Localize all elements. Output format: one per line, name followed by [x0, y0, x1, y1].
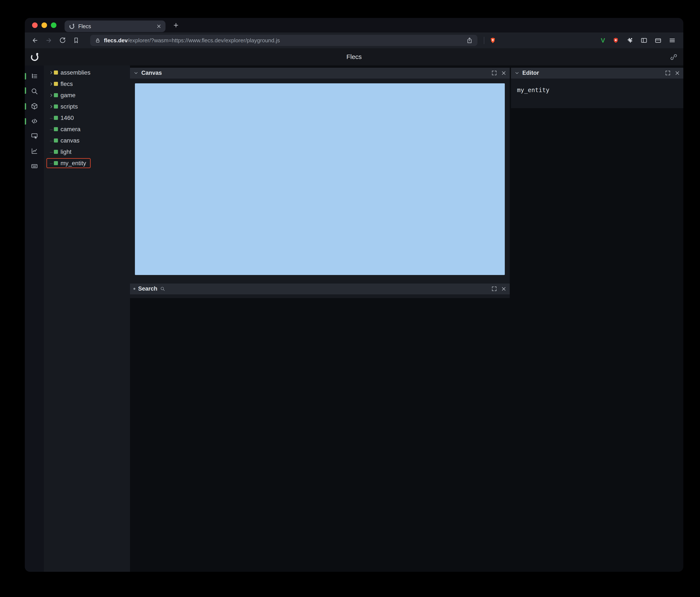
browser-tab-flecs[interactable]: Flecs	[65, 21, 166, 32]
search-icon[interactable]	[31, 87, 38, 95]
reload-button[interactable]	[58, 36, 67, 45]
extensions-puzzle-icon[interactable]	[626, 37, 633, 44]
canvas-panel-header: Canvas	[130, 68, 510, 78]
forward-button[interactable]	[44, 36, 53, 45]
entity-color-swatch	[54, 150, 58, 154]
fullscreen-icon[interactable]	[492, 70, 497, 76]
leaf-dash-icon: –	[49, 149, 54, 155]
code-icon[interactable]	[31, 118, 38, 125]
canvas-panel-body	[130, 78, 510, 284]
chevron-right-icon[interactable]	[49, 93, 54, 98]
chevron-down-icon[interactable]	[515, 71, 520, 76]
close-icon[interactable]	[675, 71, 680, 76]
active-indicator	[25, 118, 26, 125]
search-magnifier-icon	[160, 286, 165, 291]
editor-panel: Editor my_entity	[511, 68, 683, 108]
url-text: flecs.dev/explorer/?wasm=https://www.fle…	[104, 37, 280, 44]
url-bar[interactable]: flecs.dev/explorer/?wasm=https://www.fle…	[90, 35, 477, 46]
tree-item-label: light	[60, 149, 71, 155]
tree-item-label: canvas	[60, 137, 79, 144]
brave-shield-icon[interactable]	[490, 37, 496, 44]
editor-content: my_entity	[517, 86, 549, 94]
inspector-icon[interactable]	[31, 132, 38, 140]
wallet-icon[interactable]	[655, 37, 661, 44]
icon-rail	[25, 66, 44, 572]
chevron-right-icon[interactable]	[49, 104, 54, 109]
tree-item-flecs[interactable]: flecs	[44, 78, 130, 89]
app-content: assemblies flecs game	[25, 66, 683, 572]
collapsed-indicator-dot[interactable]	[133, 288, 135, 290]
chevron-right-icon[interactable]	[49, 70, 54, 75]
panel-title: Canvas	[141, 70, 162, 76]
tree-item-scripts[interactable]: scripts	[44, 101, 130, 112]
tree-item-label: 1460	[60, 114, 74, 121]
search-panel: Search	[130, 284, 510, 298]
bookmark-icon[interactable]	[71, 36, 81, 45]
entity-color-swatch	[54, 161, 58, 165]
extension-shield-icon[interactable]	[612, 37, 619, 44]
flecs-logo	[30, 52, 39, 61]
selection-outline: – my_entity	[46, 158, 91, 168]
tree-item-camera[interactable]: – camera	[44, 124, 130, 135]
tree-item-canvas[interactable]: – canvas	[44, 135, 130, 146]
extension-v-label: V	[601, 37, 605, 44]
editor-panel-header: Editor	[511, 68, 683, 78]
panel-title: Editor	[522, 70, 539, 76]
game-render-canvas[interactable]	[135, 83, 505, 275]
leaf-dash-icon: –	[49, 160, 54, 166]
tree-item-1460[interactable]: – 1460	[44, 112, 130, 124]
tree-item-label: camera	[60, 126, 80, 133]
entity-color-swatch	[54, 127, 58, 131]
chevron-right-icon[interactable]	[49, 82, 54, 86]
minimize-window-button[interactable]	[42, 22, 47, 28]
search-panel-header: Search	[130, 284, 510, 294]
menu-hamburger-icon[interactable]	[669, 37, 676, 44]
zoom-window-button[interactable]	[51, 22, 56, 28]
tree-item-game[interactable]: game	[44, 89, 130, 101]
link-icon[interactable]	[670, 53, 677, 61]
fullscreen-icon[interactable]	[492, 286, 497, 291]
flecs-favicon	[69, 23, 75, 29]
entities-cube-icon[interactable]	[31, 103, 38, 110]
tree-item-my-entity[interactable]: – my_entity	[44, 157, 130, 169]
extension-v-icon[interactable]: V	[601, 37, 605, 44]
new-tab-button[interactable]	[172, 22, 180, 29]
chevron-down-icon[interactable]	[133, 71, 139, 76]
tree-item-label: flecs	[60, 81, 73, 87]
entity-tree: assemblies flecs game	[44, 66, 130, 572]
entity-color-swatch	[54, 138, 58, 142]
tree-item-label: assemblies	[60, 69, 91, 76]
tree-item-light[interactable]: – light	[44, 146, 130, 157]
active-indicator	[25, 103, 26, 110]
stats-chart-icon[interactable]	[31, 148, 38, 155]
url-path: /explorer/?wasm=https://www.flecs.dev/ex…	[128, 37, 280, 44]
commands-icon[interactable]	[31, 162, 38, 170]
window-controls	[32, 22, 56, 28]
center-column: Canvas Search	[130, 66, 510, 572]
share-icon[interactable]	[466, 37, 473, 44]
fullscreen-icon[interactable]	[665, 70, 671, 76]
close-window-button[interactable]	[32, 22, 38, 28]
entity-color-swatch	[54, 116, 58, 120]
entity-color-swatch	[54, 93, 58, 97]
editor-code-area[interactable]: my_entity	[511, 78, 683, 108]
tab-strip: Flecs	[25, 18, 683, 32]
sidebar-toggle-icon[interactable]	[641, 37, 647, 44]
leaf-dash-icon: –	[49, 126, 54, 132]
tree-item-label: scripts	[60, 103, 78, 110]
close-icon[interactable]	[501, 71, 506, 76]
app-header: Flecs	[25, 48, 683, 66]
canvas-panel: Canvas	[130, 68, 510, 284]
module-color-swatch	[54, 71, 58, 75]
tree-item-assemblies[interactable]: assemblies	[44, 67, 130, 78]
back-button[interactable]	[30, 36, 40, 45]
active-indicator	[25, 87, 26, 94]
url-domain: flecs.dev	[104, 37, 128, 44]
tree-icon[interactable]	[31, 73, 38, 80]
tab-close-icon[interactable]	[156, 24, 161, 29]
close-icon[interactable]	[501, 286, 506, 291]
toolbar-divider	[484, 37, 484, 44]
panel-title: Search	[138, 285, 157, 292]
page-title: Flecs	[25, 53, 683, 60]
leaf-dash-icon: –	[49, 138, 54, 144]
